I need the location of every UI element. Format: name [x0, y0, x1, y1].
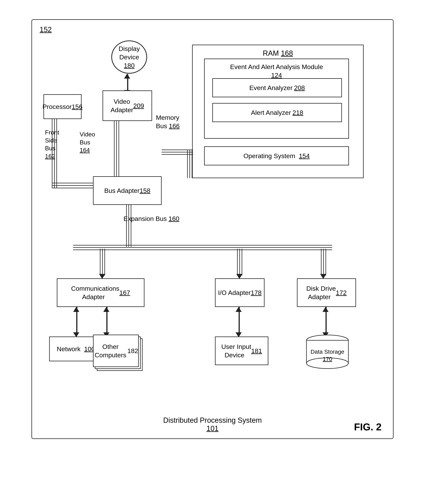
fig-label: FIG. 2	[354, 421, 382, 433]
mb-vert1	[192, 150, 192, 178]
os-box: Operating System 154	[204, 146, 349, 165]
eb-v3	[131, 205, 131, 247]
event-alert-module-box: Event And Alert Analysis Module124 Event…	[204, 59, 349, 139]
data-storage-cylinder: Data Storage 170	[305, 335, 350, 369]
mb-vert3	[187, 150, 188, 178]
fsb-horiz3	[52, 183, 93, 183]
event-analyzer-box: Event Analyzer 208	[212, 78, 342, 97]
alert-analyzer-box: Alert Analyzer 218	[212, 103, 342, 122]
oc-arrow-up	[103, 307, 109, 312]
eb-v2	[128, 205, 129, 247]
system-label: Distributed Processing System 101	[163, 416, 262, 433]
computer-label: 152	[40, 26, 52, 34]
ram-label: RAM 168	[263, 49, 293, 58]
arrow-up-display	[124, 74, 130, 79]
fsb-line3	[56, 119, 57, 188]
video-adapter-box: VideoAdapter209	[103, 90, 152, 121]
eb-h1	[73, 245, 332, 245]
mb-line2	[162, 152, 193, 152]
eb-v1	[126, 205, 127, 247]
memory-bus-label: MemoryBus 166	[156, 113, 180, 130]
system-label-text: Distributed Processing System	[163, 416, 262, 424]
io-drop1	[237, 249, 238, 275]
event-alert-label: Event And Alert Analysis Module124	[230, 62, 323, 79]
system-ref: 101	[206, 424, 219, 432]
eb-h2	[73, 247, 332, 248]
ram-box: RAM 168 Event And Alert Analysis Module1…	[192, 45, 364, 178]
svg-text:Data Storage: Data Storage	[311, 348, 344, 355]
uid-arrow-up	[236, 307, 242, 312]
fsb-horiz	[52, 188, 93, 188]
mb-line1	[162, 150, 193, 150]
io-drop2	[239, 249, 240, 275]
ca-drop3	[104, 249, 105, 275]
ds-arrow-up	[322, 307, 329, 312]
fsb-line1	[52, 119, 53, 188]
bus-adapter-box: Bus Adapter158	[93, 176, 162, 205]
fsb-line2	[54, 119, 55, 188]
ca-drop2	[102, 249, 103, 275]
comm-adapter-box: CommunicationsAdapter 167	[57, 278, 145, 307]
eb-h3	[73, 250, 332, 250]
io-drop3	[242, 249, 242, 275]
fsb-horiz2	[52, 185, 93, 186]
expansion-bus-label: Expansion Bus 160	[124, 214, 179, 223]
mb-vert2	[189, 150, 190, 178]
net-arrow-up	[73, 307, 79, 312]
display-device-cloud: DisplayDevice180	[110, 39, 148, 75]
display-device-label: DisplayDevice180	[119, 44, 140, 70]
dda-drop3	[325, 249, 326, 275]
disk-drive-adapter-box: Disk DriveAdapter 172	[297, 278, 356, 307]
dda-drop1	[321, 249, 321, 275]
page: 152 RAM 168 Event And Alert Analysis Mod…	[12, 12, 413, 492]
ca-drop1	[100, 249, 100, 275]
mb-line3	[162, 154, 193, 155]
video-bus-label: VideoBus164	[80, 130, 95, 154]
dda-drop2	[323, 249, 324, 275]
processor-box: Processor156	[43, 94, 82, 119]
io-adapter-box: I/O Adapter178	[215, 278, 265, 307]
diagram-container: 152 RAM 168 Event And Alert Analysis Mod…	[32, 19, 393, 439]
computer-ref: 152	[40, 26, 52, 34]
svg-text:170: 170	[323, 356, 332, 362]
user-input-box: User InputDevice 181	[215, 336, 268, 365]
